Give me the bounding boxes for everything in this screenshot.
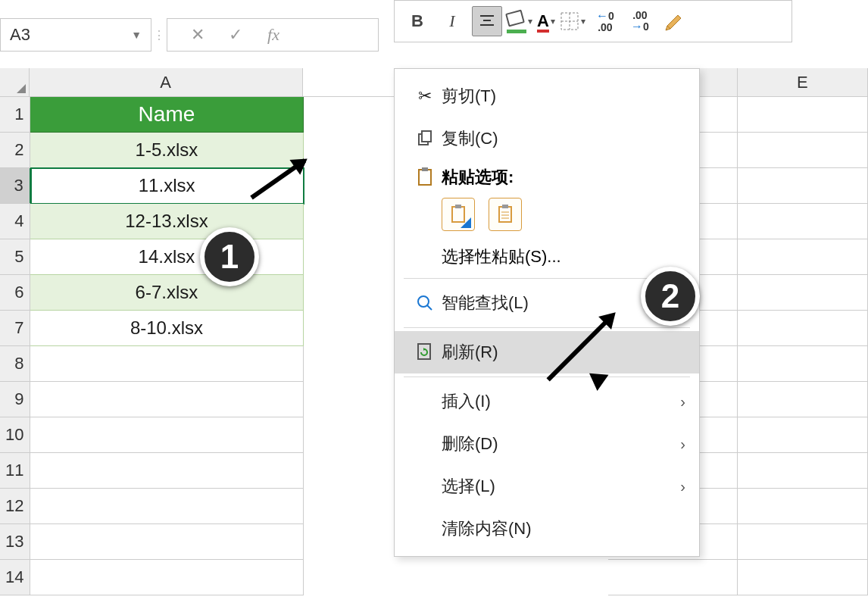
row-header[interactable]: 9 — [0, 382, 30, 417]
row-header[interactable]: 4 — [0, 204, 30, 239]
cell[interactable] — [738, 168, 868, 204]
row-header[interactable]: 2 — [0, 133, 30, 168]
cell[interactable] — [738, 275, 868, 311]
cell[interactable] — [30, 382, 303, 417]
cell[interactable]: Name — [30, 97, 303, 133]
copy-icon — [408, 130, 442, 147]
cell[interactable] — [30, 453, 303, 489]
select-all-corner[interactable] — [0, 68, 30, 96]
menu-insert[interactable]: 插入(I) › — [395, 380, 699, 423]
increase-decimal-icon: ←0.00 — [596, 10, 614, 33]
chevron-down-icon: ▾ — [549, 16, 555, 27]
row-header[interactable]: 3 — [0, 168, 31, 204]
row-header[interactable]: 14 — [0, 560, 30, 595]
paste-options — [395, 195, 699, 239]
fill-color-button[interactable]: ▾ — [507, 11, 532, 31]
cell[interactable] — [30, 346, 303, 382]
format-painter-icon — [664, 11, 685, 32]
svg-rect-7 — [422, 131, 431, 142]
svg-rect-10 — [452, 207, 464, 222]
name-box-value: A3 — [10, 25, 30, 45]
cell[interactable] — [738, 489, 868, 524]
table-row: 14 — [0, 560, 868, 595]
decrease-decimal-button[interactable]: .00→0 — [625, 6, 655, 36]
separator-dots: ⋮ — [151, 28, 167, 42]
chevron-right-icon: › — [680, 478, 685, 495]
cell[interactable] — [738, 524, 868, 560]
menu-refresh[interactable]: 刷新(R) — [395, 331, 699, 373]
align-center-icon — [479, 14, 495, 28]
name-box[interactable]: A3 ▼ — [0, 18, 151, 52]
column-header-e[interactable]: E — [738, 68, 868, 96]
row-header[interactable]: 7 — [0, 311, 30, 346]
formula-bar: A3 ▼ ⋮ ✕ ✓ fx — [0, 17, 379, 53]
cell[interactable]: 6-7.xlsx — [30, 275, 303, 311]
increase-decimal-button[interactable]: ←0.00 — [590, 6, 620, 36]
paste-option-default[interactable] — [442, 198, 475, 231]
cell[interactable] — [738, 97, 868, 133]
fill-bucket-icon — [507, 11, 526, 31]
cell[interactable] — [738, 417, 868, 453]
cell[interactable] — [738, 133, 868, 168]
cell[interactable] — [738, 311, 868, 346]
menu-delete[interactable]: 删除(D) › — [395, 423, 699, 465]
mini-toolbar: B I ▾ A ▾ ▾ ←0.00 .00→0 — [394, 0, 792, 42]
callout-badge-1: 1 — [200, 227, 259, 286]
decrease-decimal-icon: .00→0 — [631, 10, 649, 33]
accept-formula-button[interactable]: ✓ — [220, 20, 251, 50]
align-center-button[interactable] — [472, 6, 502, 36]
font-color-button[interactable]: A ▾ — [537, 11, 555, 31]
cell[interactable] — [738, 382, 868, 417]
callout-badge-2: 2 — [641, 267, 700, 326]
svg-point-17 — [418, 296, 429, 307]
row-header[interactable]: 13 — [0, 524, 30, 560]
format-painter-button[interactable] — [660, 6, 690, 36]
svg-rect-8 — [419, 170, 431, 185]
fx-button[interactable]: fx — [258, 20, 289, 50]
chevron-right-icon: › — [680, 393, 685, 411]
cell[interactable] — [30, 560, 303, 595]
row-header[interactable]: 6 — [0, 275, 30, 311]
cell[interactable] — [30, 524, 303, 560]
row-header[interactable]: 10 — [0, 417, 30, 453]
svg-rect-9 — [422, 167, 428, 171]
borders-button[interactable]: ▾ — [560, 11, 585, 31]
paste-option-values[interactable] — [489, 198, 522, 231]
menu-paste-header: 粘贴选项: — [395, 160, 699, 195]
row-header[interactable]: 12 — [0, 489, 30, 524]
scissors-icon: ✂ — [408, 86, 442, 106]
cell[interactable] — [30, 417, 303, 453]
cell[interactable] — [738, 204, 868, 239]
cell[interactable] — [608, 560, 738, 595]
cell[interactable] — [738, 346, 868, 382]
menu-cut[interactable]: ✂ 剪切(T) — [395, 75, 699, 117]
row-header[interactable]: 5 — [0, 239, 30, 275]
row-header[interactable]: 1 — [0, 97, 30, 133]
svg-rect-11 — [455, 205, 461, 208]
chevron-right-icon: › — [680, 436, 685, 453]
cell[interactable] — [30, 489, 303, 524]
menu-separator — [404, 327, 690, 328]
cell[interactable]: 14.xlsx — [30, 239, 303, 275]
chevron-down-icon: ▾ — [579, 16, 585, 27]
cell[interactable] — [738, 239, 868, 275]
column-header-a[interactable]: A — [30, 68, 303, 96]
cell[interactable]: 12-13.xlsx — [30, 204, 303, 239]
cell[interactable] — [738, 453, 868, 489]
row-header[interactable]: 8 — [0, 346, 30, 382]
cell[interactable]: 1-5.xlsx — [30, 133, 303, 168]
refresh-icon — [408, 342, 442, 362]
cell[interactable] — [738, 560, 868, 595]
menu-copy[interactable]: 复制(C) — [395, 117, 699, 160]
cell[interactable]: 8-10.xlsx — [30, 311, 303, 346]
clipboard-icon — [408, 167, 442, 187]
menu-paste-special[interactable]: 选择性粘贴(S)... — [395, 239, 699, 275]
row-header[interactable]: 11 — [0, 453, 30, 489]
italic-button[interactable]: I — [437, 6, 467, 36]
menu-clear[interactable]: 清除内容(N) — [395, 508, 699, 550]
cancel-formula-button[interactable]: ✕ — [183, 20, 213, 50]
svg-line-18 — [427, 305, 432, 310]
menu-select[interactable]: 选择(L) › — [395, 465, 699, 508]
bold-button[interactable]: B — [402, 6, 432, 36]
formula-buttons: ✕ ✓ fx — [167, 18, 379, 52]
